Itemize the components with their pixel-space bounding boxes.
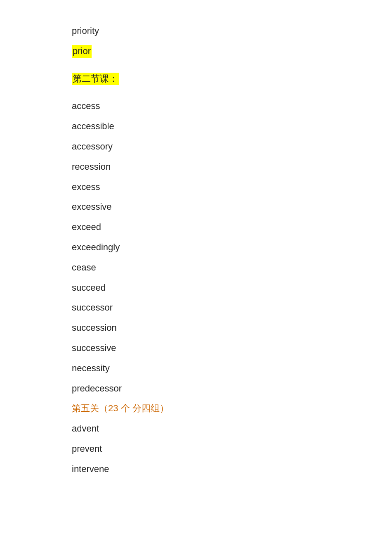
word-text-section2: 第二节课：	[72, 73, 119, 85]
word-text-accessory: accessory	[72, 141, 113, 152]
word-row-successor: successor	[72, 301, 320, 314]
word-row-excessive: excessive	[72, 201, 320, 213]
word-row-necessity: necessity	[72, 362, 320, 375]
word-row-section5: 第五关（23 个 分四组）	[72, 402, 320, 415]
word-text-predecessor: predecessor	[72, 383, 122, 394]
word-text-accessible: accessible	[72, 121, 114, 131]
word-row-predecessor: predecessor	[72, 382, 320, 395]
word-row-successive: successive	[72, 342, 320, 355]
word-text-succeed: succeed	[72, 282, 106, 293]
word-text-necessity: necessity	[72, 363, 110, 373]
word-text-successor: successor	[72, 302, 113, 313]
word-row-succession: succession	[72, 322, 320, 334]
word-text-prior: prior	[72, 45, 92, 58]
word-list: priorityprior第二节课：accessaccessibleaccess…	[72, 25, 320, 476]
word-text-cease: cease	[72, 262, 96, 273]
word-text-exceed: exceed	[72, 222, 101, 232]
word-text-prevent: prevent	[72, 444, 102, 454]
word-text-recession: recession	[72, 161, 111, 172]
word-text-excess: excess	[72, 182, 100, 192]
word-row-excess: excess	[72, 181, 320, 194]
word-row-priority: priority	[72, 25, 320, 38]
word-text-advent: advent	[72, 423, 99, 434]
word-text-succession: succession	[72, 323, 117, 333]
word-row-succeed: succeed	[72, 282, 320, 294]
word-text-excessive: excessive	[72, 202, 112, 212]
word-row-cease: cease	[72, 261, 320, 274]
word-row-exceedingly: exceedingly	[72, 241, 320, 254]
word-row-recession: recession	[72, 161, 320, 173]
word-text-exceedingly: exceedingly	[72, 242, 120, 252]
word-text-access: access	[72, 101, 100, 111]
word-text-priority: priority	[72, 26, 99, 36]
word-text-section5: 第五关（23 个 分四组）	[72, 403, 169, 413]
word-row-prior: prior	[72, 45, 320, 65]
word-row-intervene: intervene	[72, 463, 320, 476]
word-row-prevent: prevent	[72, 443, 320, 455]
word-row-access: access	[72, 100, 320, 113]
word-row-advent: advent	[72, 422, 320, 435]
word-row-accessory: accessory	[72, 140, 320, 153]
word-row-accessible: accessible	[72, 120, 320, 133]
word-row-exceed: exceed	[72, 221, 320, 234]
word-text-successive: successive	[72, 343, 116, 353]
word-text-intervene: intervene	[72, 464, 109, 474]
word-row-section2: 第二节课：	[72, 73, 320, 93]
